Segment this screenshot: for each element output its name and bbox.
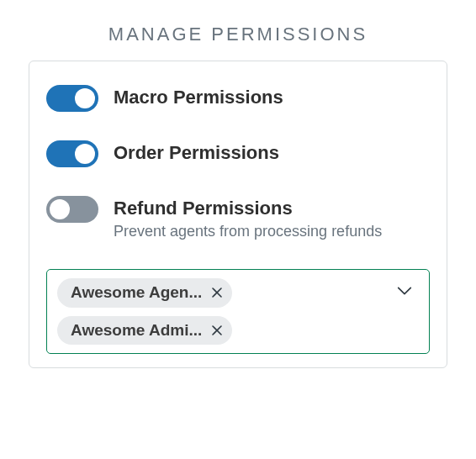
page-title: MANAGE PERMISSIONS (29, 24, 447, 45)
order-permissions-toggle[interactable] (46, 140, 98, 167)
toggle-knob (50, 199, 70, 219)
toggle-knob (75, 144, 95, 164)
permission-label: Refund Permissions (114, 197, 382, 220)
close-icon (212, 288, 222, 298)
chevron-down-icon[interactable] (395, 282, 414, 303)
permission-label: Order Permissions (114, 141, 279, 165)
remove-tag-button[interactable] (210, 324, 224, 337)
permission-row: Refund Permissions Prevent agents from p… (46, 196, 430, 240)
close-icon (212, 325, 222, 335)
tag-label: Awesome Agen... (71, 282, 202, 304)
roles-multiselect[interactable]: Awesome Agen... Awesome Admi... (46, 269, 430, 354)
permission-row: Macro Permissions (46, 85, 430, 112)
permission-description: Prevent agents from processing refunds (114, 222, 382, 241)
remove-tag-button[interactable] (210, 286, 224, 299)
permissions-card: Macro Permissions Order Permissions Refu… (29, 61, 447, 368)
permission-label: Macro Permissions (114, 86, 283, 109)
selected-tag: Awesome Admi... (57, 316, 232, 346)
toggle-knob (75, 88, 95, 108)
tag-label: Awesome Admi... (71, 319, 202, 342)
selected-tag: Awesome Agen... (57, 278, 232, 308)
macro-permissions-toggle[interactable] (46, 85, 98, 112)
permission-row: Order Permissions (46, 140, 430, 167)
refund-permissions-toggle[interactable] (46, 196, 98, 223)
